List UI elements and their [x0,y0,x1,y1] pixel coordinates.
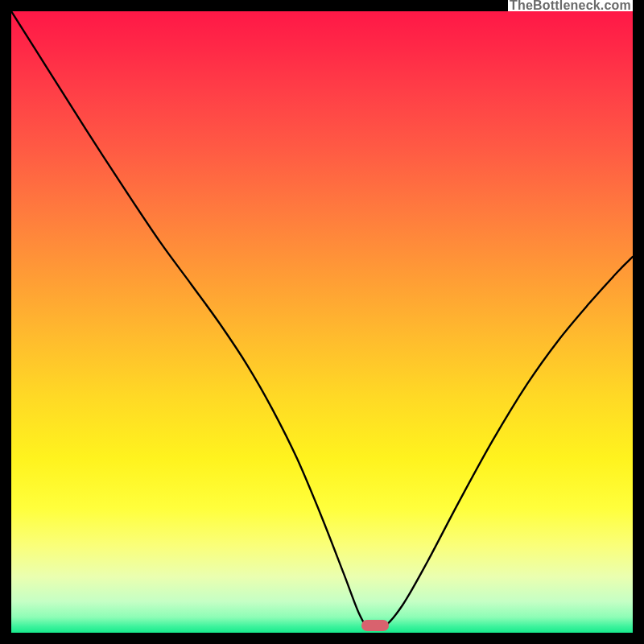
frame-border-bottom [0,633,644,644]
frame-border-left [0,0,11,644]
chart-stage: TheBottleneck.com [0,0,644,644]
frame-border-right [633,0,644,644]
plot-area [11,11,633,633]
optimal-marker [361,620,389,631]
bottleneck-curve [11,11,633,633]
watermark-label: TheBottleneck.com [508,0,633,11]
